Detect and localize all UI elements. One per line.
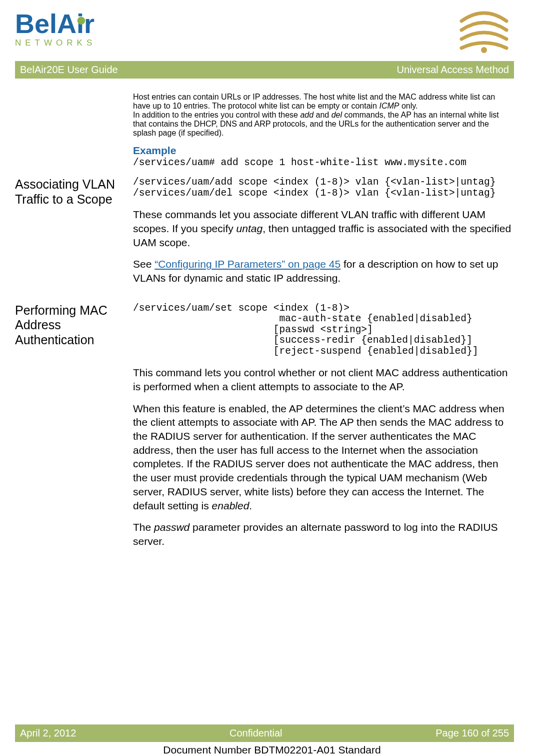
section-heading-vlan: Associating VLAN Traffic to a Scope bbox=[15, 177, 133, 293]
example-heading: Example bbox=[133, 145, 514, 157]
title-banner: BelAir20E User Guide Universal Access Me… bbox=[15, 61, 514, 79]
footer-date: April 2, 2012 bbox=[20, 727, 76, 739]
logo-belair: BelAi•r NETWORKS bbox=[15, 10, 96, 48]
intro-paragraph-2: In addition to the entries you control w… bbox=[133, 111, 514, 138]
section-body-mac: /services/uam/set scope <index (1-8)> ma… bbox=[133, 303, 514, 556]
intro-paragraph-1: Host entries can contain URLs or IP addr… bbox=[133, 93, 514, 111]
footer: April 2, 2012 Confidential Page 160 of 2… bbox=[0, 724, 544, 756]
content: Host entries can contain URLs or IP addr… bbox=[15, 79, 514, 556]
mac-paragraph-3: The passwd parameter provides an alterna… bbox=[133, 520, 514, 548]
section-mac-auth: Performing MAC Address Authentication /s… bbox=[15, 303, 514, 556]
banner-right: Universal Access Method bbox=[396, 64, 509, 76]
vlan-paragraph-1: These commands let you associate differe… bbox=[133, 208, 514, 249]
link-configuring-ip[interactable]: “Configuring IP Parameters” on page 45 bbox=[154, 258, 340, 270]
section-body-vlan: /services/uam/add scope <index (1-8)> vl… bbox=[133, 177, 514, 293]
brand-sub: NETWORKS bbox=[15, 38, 96, 48]
banner-left: BelAir20E User Guide bbox=[20, 64, 118, 76]
mac-paragraph-1: This command lets you control whether or… bbox=[133, 366, 514, 393]
vlan-code: /services/uam/add scope <index (1-8)> vl… bbox=[133, 177, 514, 199]
wifi-swoosh-icon bbox=[454, 10, 514, 53]
footer-banner: April 2, 2012 Confidential Page 160 of 2… bbox=[15, 724, 514, 742]
intro-block: Host entries can contain URLs or IP addr… bbox=[15, 93, 514, 177]
section-vlan: Associating VLAN Traffic to a Scope /ser… bbox=[15, 177, 514, 293]
footer-page: Page 160 of 255 bbox=[436, 727, 509, 739]
page: BelAi•r NETWORKS BelAir20E User Guide Un… bbox=[0, 0, 544, 756]
footer-docnum: Document Number BDTM02201-A01 Standard bbox=[0, 742, 544, 756]
header: BelAi•r NETWORKS bbox=[15, 10, 514, 58]
footer-confidential: Confidential bbox=[230, 727, 282, 739]
vlan-paragraph-2: See “Configuring IP Parameters” on page … bbox=[133, 257, 514, 285]
section-heading-mac: Performing MAC Address Authentication bbox=[15, 303, 133, 556]
svg-point-0 bbox=[481, 47, 487, 53]
example-code: /services/uam# add scope 1 host-white-li… bbox=[133, 158, 514, 168]
brand-text: BelAi•r bbox=[15, 10, 96, 37]
mac-code: /services/uam/set scope <index (1-8)> ma… bbox=[133, 303, 514, 357]
mac-paragraph-2: When this feature is enabled, the AP det… bbox=[133, 402, 514, 513]
